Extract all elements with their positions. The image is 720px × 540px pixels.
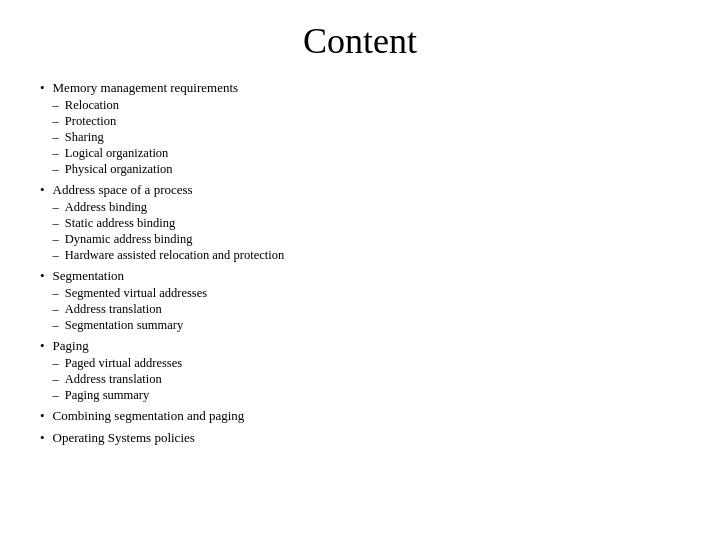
sub-list-item: –Paging summary [53, 388, 183, 403]
sub-list-item: –Segmentation summary [53, 318, 208, 333]
dash-icon: – [53, 388, 59, 403]
dash-icon: – [53, 286, 59, 301]
content-list: •Memory management requirements–Relocati… [40, 80, 680, 448]
bullet-icon: • [40, 338, 45, 354]
sub-list-item-label: Address translation [65, 372, 162, 387]
list-item: •Paging–Paged virtual addresses–Address … [40, 338, 680, 404]
page: Content •Memory management requirements–… [0, 0, 720, 540]
sub-list-item-label: Protection [65, 114, 116, 129]
dash-icon: – [53, 356, 59, 371]
sub-list-item-label: Physical organization [65, 162, 173, 177]
dash-icon: – [53, 318, 59, 333]
sub-list-item: –Address translation [53, 302, 208, 317]
dash-icon: – [53, 216, 59, 231]
sub-list-item: –Address translation [53, 372, 183, 387]
bullet-icon: • [40, 182, 45, 198]
list-item: •Combining segmentation and paging [40, 408, 680, 426]
sub-list-item: –Dynamic address binding [53, 232, 285, 247]
sub-list-item-label: Sharing [65, 130, 104, 145]
dash-icon: – [53, 98, 59, 113]
sub-list-item-label: Relocation [65, 98, 119, 113]
list-item: •Address space of a process–Address bind… [40, 182, 680, 264]
sub-list-item: –Segmented virtual addresses [53, 286, 208, 301]
bullet-icon: • [40, 430, 45, 446]
dash-icon: – [53, 200, 59, 215]
list-item-label: Operating Systems policies [53, 430, 195, 446]
sub-list-item-label: Paged virtual addresses [65, 356, 182, 371]
list-item-label: Segmentation [53, 268, 208, 284]
sub-list: –Relocation–Protection–Sharing–Logical o… [53, 98, 239, 178]
sub-list: –Segmented virtual addresses–Address tra… [53, 286, 208, 334]
sub-list-item-label: Address binding [65, 200, 147, 215]
sub-list-item: –Physical organization [53, 162, 239, 177]
sub-list-item-label: Paging summary [65, 388, 149, 403]
dash-icon: – [53, 114, 59, 129]
list-item-label: Paging [53, 338, 183, 354]
bullet-icon: • [40, 80, 45, 96]
list-item: •Operating Systems policies [40, 430, 680, 448]
sub-list-item: –Sharing [53, 130, 239, 145]
list-item: •Memory management requirements–Relocati… [40, 80, 680, 178]
sub-list-item-label: Address translation [65, 302, 162, 317]
sub-list: –Address binding–Static address binding–… [53, 200, 285, 264]
sub-list-item: –Logical organization [53, 146, 239, 161]
list-item: •Segmentation–Segmented virtual addresse… [40, 268, 680, 334]
sub-list-item: –Protection [53, 114, 239, 129]
dash-icon: – [53, 232, 59, 247]
sub-list-item-label: Static address binding [65, 216, 175, 231]
sub-list-item-label: Logical organization [65, 146, 169, 161]
sub-list-item-label: Segmentation summary [65, 318, 183, 333]
sub-list: –Paged virtual addresses–Address transla… [53, 356, 183, 404]
list-item-label: Address space of a process [53, 182, 285, 198]
dash-icon: – [53, 302, 59, 317]
list-item-label: Combining segmentation and paging [53, 408, 245, 424]
bullet-icon: • [40, 268, 45, 284]
dash-icon: – [53, 248, 59, 263]
bullet-icon: • [40, 408, 45, 424]
dash-icon: – [53, 372, 59, 387]
sub-list-item-label: Segmented virtual addresses [65, 286, 207, 301]
dash-icon: – [53, 130, 59, 145]
sub-list-item: –Relocation [53, 98, 239, 113]
list-item-label: Memory management requirements [53, 80, 239, 96]
sub-list-item: –Static address binding [53, 216, 285, 231]
sub-list-item-label: Hardware assisted relocation and protect… [65, 248, 284, 263]
dash-icon: – [53, 146, 59, 161]
sub-list-item: –Hardware assisted relocation and protec… [53, 248, 285, 263]
sub-list-item: –Paged virtual addresses [53, 356, 183, 371]
sub-list-item: –Address binding [53, 200, 285, 215]
sub-list-item-label: Dynamic address binding [65, 232, 193, 247]
page-title: Content [40, 20, 680, 62]
dash-icon: – [53, 162, 59, 177]
